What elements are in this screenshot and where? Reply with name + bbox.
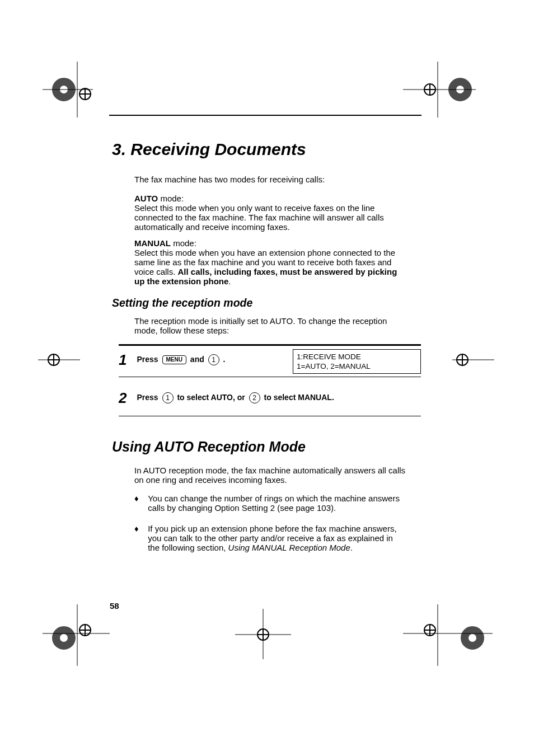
menu-key-icon: MENU: [162, 355, 186, 364]
step-number: 2: [119, 389, 134, 407]
svg-point-23: [79, 624, 91, 636]
bullet-1-text: You can change the number of rings on wh…: [148, 494, 405, 513]
auto-label: AUTO: [134, 194, 158, 203]
step-number: 1: [119, 351, 134, 369]
bullet-2-tail: .: [350, 543, 353, 552]
press-label: Press: [137, 355, 160, 364]
lcd-line-2: 1=AUTO, 2=MANUAL: [297, 361, 417, 371]
manual-label: MANUAL: [134, 238, 171, 248]
and-label: and: [190, 355, 207, 364]
auto-mode-block: AUTO mode: Select this mode when you onl…: [134, 194, 409, 232]
key-1-icon: 1: [162, 392, 174, 403]
step-1-text: Press MENU and 1 .: [137, 355, 225, 364]
svg-point-11: [452, 82, 468, 97]
manual-mode-block: MANUAL mode: Select this mode when you h…: [134, 238, 409, 286]
crop-mark-icon: [452, 339, 494, 383]
svg-point-2: [56, 82, 72, 97]
step-1: 1 Press MENU and 1 . 1:RECEIVE MODE 1=AU…: [119, 346, 421, 377]
mid-label: to select AUTO, or: [177, 393, 247, 402]
crop-mark-icon: [38, 339, 80, 383]
period: .: [223, 355, 226, 364]
page-number: 58: [110, 601, 119, 611]
svg-point-28: [257, 629, 269, 640]
sub-intro: The reception mode is initially set to A…: [134, 316, 409, 335]
auto-intro: In AUTO reception mode, the fax machine …: [134, 466, 409, 485]
bullet-2: ♦ If you pick up an extension phone befo…: [134, 524, 409, 552]
bullet-1: ♦ You can change the number of rings on …: [134, 494, 409, 513]
key-2-icon: 2: [249, 392, 260, 403]
step-2: 2 Press 1 to select AUTO, or 2 to select…: [119, 384, 421, 416]
svg-point-3: [79, 88, 91, 100]
lcd-display: 1:RECEIVE MODE 1=AUTO, 2=MANUAL: [293, 349, 421, 374]
mode-suffix: mode:: [158, 194, 184, 203]
svg-point-17: [457, 354, 468, 365]
crop-mark-icon: [403, 62, 476, 118]
svg-point-8: [424, 84, 435, 95]
crop-mark-icon: [43, 604, 110, 666]
intro-text: The fax machine has two modes for receiv…: [134, 175, 409, 184]
subheading: Setting the reception mode: [112, 297, 252, 309]
diamond-icon: ♦: [134, 494, 146, 503]
crop-mark-icon: [43, 62, 93, 118]
svg-point-13: [48, 354, 59, 365]
bullet-2-italic: Using MANUAL Reception Mode: [228, 543, 350, 552]
crop-mark-icon: [235, 609, 291, 659]
end-label: to select MANUAL.: [264, 393, 334, 402]
svg-point-22: [56, 630, 72, 646]
section-heading: Using AUTO Reception Mode: [112, 439, 306, 455]
bullet-2-text: If you pick up an extension phone before…: [148, 524, 405, 552]
chapter-title: 3. Receiving Documents: [112, 140, 306, 159]
svg-point-33: [424, 624, 435, 636]
header-rule: [109, 115, 421, 116]
crop-mark-icon: [403, 604, 493, 666]
step-2-text: Press 1 to select AUTO, or 2 to select M…: [137, 393, 334, 402]
press-label: Press: [137, 393, 160, 402]
key-1-icon: 1: [208, 354, 219, 365]
mode-suffix: mode:: [171, 238, 196, 248]
lcd-line-1: 1:RECEIVE MODE: [297, 352, 417, 361]
diamond-icon: ♦: [134, 524, 146, 533]
manual-body-tail: .: [228, 276, 231, 286]
svg-point-36: [465, 630, 480, 646]
auto-body: Select this mode when you only want to r…: [134, 203, 384, 232]
